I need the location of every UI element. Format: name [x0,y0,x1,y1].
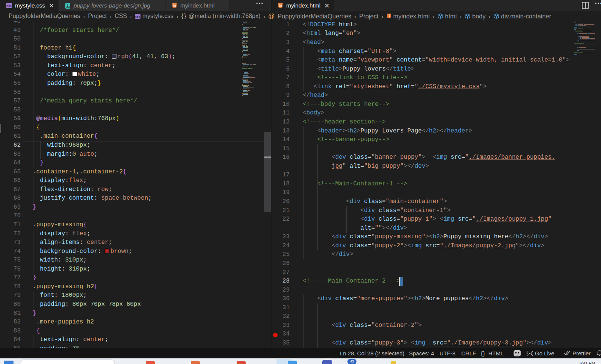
svg-text:css: css [6,4,12,8]
svg-text:css: css [135,15,140,18]
